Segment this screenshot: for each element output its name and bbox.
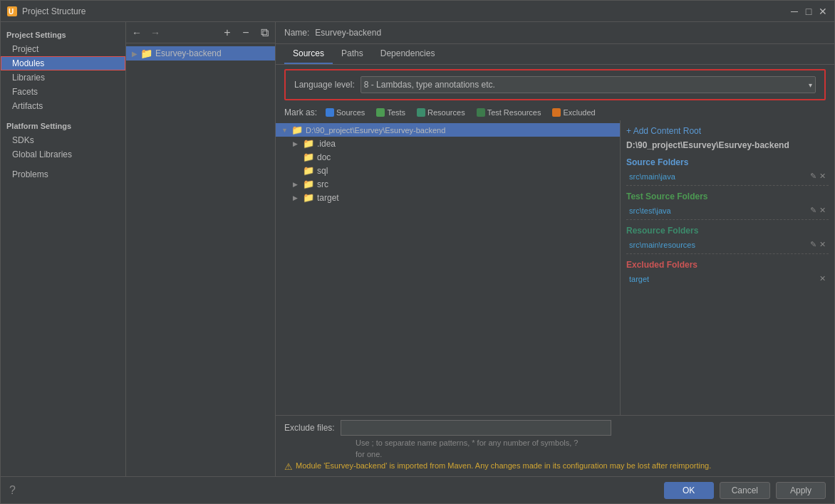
source-folder-path-0: src\main\java — [629, 172, 810, 181]
footer-buttons: OK Cancel Apply — [664, 482, 826, 499]
sidebar-item-sdks[interactable]: SDKs — [1, 133, 125, 147]
module-item-esurvey-backend[interactable]: ▶ 📁 Esurvey-backend — [126, 46, 275, 61]
tree-arrow-target: ▶ — [293, 194, 300, 201]
tab-dependencies[interactable]: Dependencies — [372, 44, 444, 64]
add-content-root-button[interactable]: + Add Content Root — [626, 126, 829, 136]
cancel-button[interactable]: Cancel — [720, 482, 770, 499]
excluded-folder-entry-0: target ✕ — [626, 273, 829, 285]
tree-label-src: src — [317, 179, 328, 189]
remove-module-button[interactable]: − — [238, 25, 254, 41]
sidebar-item-problems[interactable]: Problems — [1, 167, 125, 182]
info-panel: + Add Content Root D:\90_project\Esurvey… — [621, 120, 834, 415]
folder-icon-idea: 📁 — [303, 138, 314, 149]
mark-badge-tests[interactable]: Tests — [373, 107, 408, 117]
mark-badge-sources[interactable]: Sources — [323, 107, 368, 117]
tab-paths[interactable]: Paths — [333, 44, 372, 64]
sidebar-divider-2 — [1, 162, 125, 167]
mark-as-bar: Mark as: Sources Tests Resources Test Re… — [276, 105, 834, 120]
copy-module-button[interactable]: ⧉ — [256, 25, 272, 41]
project-settings-title: Project Settings — [1, 28, 125, 42]
name-label: Name: — [284, 28, 309, 38]
folder-icon-src: 📁 — [303, 179, 314, 189]
right-panel: Name: Esurvey-backend Sources Paths Depe… — [276, 22, 834, 476]
tree-label-idea: .idea — [317, 139, 336, 149]
left-sidebar: Project Settings Project Modules Librari… — [1, 22, 126, 476]
sidebar-item-modules[interactable]: Modules — [1, 56, 125, 70]
sidebar-item-libraries[interactable]: Libraries — [1, 70, 125, 85]
tabs-bar: Sources Paths Dependencies — [276, 44, 834, 65]
tree-label-doc: doc — [317, 152, 331, 162]
exclude-files-input[interactable] — [341, 420, 611, 436]
resource-folders-title: Resource Folders — [626, 226, 829, 236]
folder-icon-root: 📁 — [291, 125, 303, 135]
tree-item-sql[interactable]: ▶ 📁 sql — [287, 164, 620, 177]
remove-test-folder-0[interactable]: ✕ — [819, 206, 826, 215]
tree-item-idea[interactable]: ▶ 📁 .idea — [287, 137, 620, 150]
hint-text-1: Use ; to separate name patterns, * for a… — [356, 439, 826, 447]
file-tree[interactable]: ▼ 📁 D:\90_project\Esurvey\Esurvey-backen… — [276, 120, 621, 415]
mark-badge-resources[interactable]: Resources — [414, 107, 468, 117]
tree-root-label: D:\90_project\Esurvey\Esurvey-backend — [306, 126, 445, 135]
mark-badge-test-resources[interactable]: Test Resources — [474, 107, 544, 117]
test-folder-path-0: src\test\java — [629, 206, 810, 215]
sidebar-item-facets[interactable]: Facets — [1, 85, 125, 99]
test-folder-entry-0: src\test\java ✎ ✕ — [626, 204, 829, 216]
excluded-folder-actions-0: ✕ — [819, 274, 826, 283]
close-button[interactable]: ✕ — [817, 6, 829, 17]
test-resources-icon — [477, 108, 485, 117]
edit-resource-folder-0[interactable]: ✎ — [810, 240, 816, 249]
sources-icon — [326, 108, 334, 117]
remove-excluded-folder-0[interactable]: ✕ — [819, 274, 826, 283]
forward-button[interactable]: → — [147, 25, 163, 41]
excluded-icon — [552, 108, 561, 117]
maximize-button[interactable]: □ — [803, 6, 814, 17]
chevron-down-icon: ▾ — [809, 81, 812, 89]
module-label: Esurvey-backend — [155, 48, 222, 58]
sidebar-item-global-libraries[interactable]: Global Libraries — [1, 147, 125, 162]
ok-button[interactable]: OK — [664, 482, 714, 499]
hint-text-2: for one. — [356, 450, 826, 458]
window-controls: ─ □ ✕ — [789, 6, 829, 17]
tree-item-src[interactable]: ▶ 📁 src — [287, 177, 620, 191]
source-folder-actions-0: ✎ ✕ — [810, 172, 826, 181]
remove-source-folder-0[interactable]: ✕ — [819, 172, 826, 181]
module-folder-icon: 📁 — [140, 48, 152, 59]
test-divider — [626, 219, 829, 220]
module-arrow: ▶ — [132, 50, 138, 58]
warning-message: Module 'Esurvey-backend' is imported fro… — [296, 461, 711, 470]
project-structure-dialog: U Project Structure ─ □ ✕ Project Settin… — [0, 0, 835, 504]
platform-settings-title: Platform Settings — [1, 119, 125, 133]
sidebar-item-project[interactable]: Project — [1, 42, 125, 56]
sidebar-item-artifacts[interactable]: Artifacts — [1, 99, 125, 113]
tree-label-sql: sql — [317, 166, 328, 176]
resource-folder-path-0: src\main\resources — [629, 241, 810, 249]
module-tree: ▶ 📁 Esurvey-backend — [126, 43, 275, 476]
language-level-select[interactable]: 8 - Lambdas, type annotations etc. ▾ — [361, 76, 816, 93]
tests-icon — [376, 108, 385, 117]
tree-item-target[interactable]: ▶ 📁 target — [287, 191, 620, 204]
remove-resource-folder-0[interactable]: ✕ — [819, 240, 826, 249]
mark-as-label: Mark as: — [284, 107, 317, 117]
app-icon: U — [6, 6, 18, 17]
mark-badge-excluded[interactable]: Excluded — [549, 107, 598, 117]
tree-item-doc[interactable]: ▶ 📁 doc — [287, 150, 620, 164]
dialog-footer: ? OK Cancel Apply — [1, 476, 834, 503]
edit-source-folder-0[interactable]: ✎ — [810, 172, 816, 181]
resource-folder-entry-0: src\main\resources ✎ ✕ — [626, 238, 829, 251]
edit-test-folder-0[interactable]: ✎ — [810, 206, 816, 215]
sidebar-divider — [1, 113, 125, 119]
back-button[interactable]: ← — [129, 25, 145, 41]
tab-sources[interactable]: Sources — [284, 44, 333, 64]
add-module-button[interactable]: + — [219, 25, 235, 41]
tree-arrow-root: ▼ — [281, 127, 289, 134]
content-root-path: D:\90_project\Esurvey\Esurvey-backend — [626, 140, 829, 150]
tree-root[interactable]: ▼ 📁 D:\90_project\Esurvey\Esurvey-backen… — [276, 123, 620, 137]
minimize-button[interactable]: ─ — [789, 6, 800, 17]
module-name-value: Esurvey-backend — [315, 28, 381, 38]
module-panel: ← → + − ⧉ ▶ 📁 Esurvey-backend — [126, 22, 276, 476]
help-button[interactable]: ? — [9, 484, 16, 497]
bottom-area: Exclude files: Use ; to separate name pa… — [276, 415, 834, 476]
tree-arrow-idea: ▶ — [293, 140, 300, 147]
excluded-folders-title: Excluded Folders — [626, 260, 829, 270]
apply-button[interactable]: Apply — [776, 482, 826, 499]
